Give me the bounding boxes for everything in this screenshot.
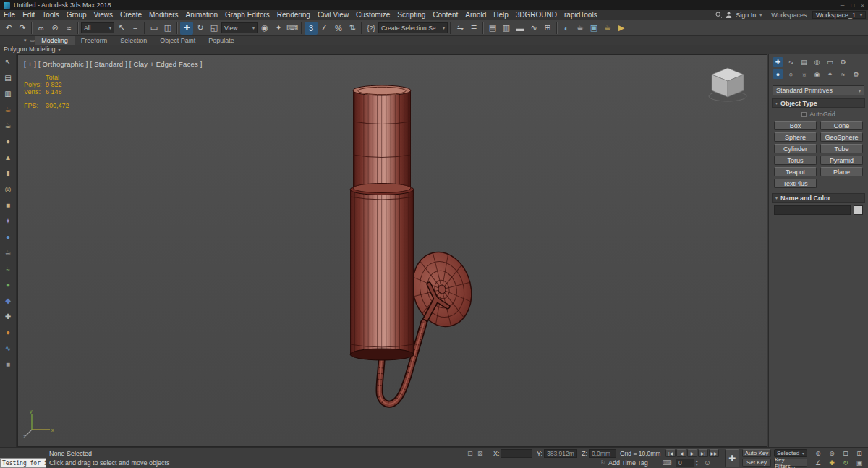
panel-expand-icon[interactable]: ▾ (59, 47, 61, 52)
wave-green-icon[interactable]: ≈ (2, 263, 14, 274)
x-coordinate-field[interactable] (501, 449, 532, 458)
go-to-end-button[interactable]: ▶▶ (709, 449, 719, 457)
teapot-button[interactable]: Teapot (774, 167, 817, 176)
bind-to-space-warp-icon[interactable]: ≈ (62, 22, 75, 35)
select-cursor-icon[interactable]: ↖ (2, 56, 14, 67)
ribbon-tab-populate[interactable]: Populate (202, 36, 241, 45)
auto-key-button[interactable]: Auto Key (742, 449, 771, 457)
sphere-tan-icon[interactable]: ● (2, 136, 14, 147)
textplus-button[interactable]: TextPlus (774, 179, 817, 188)
utilities-tab-icon[interactable]: ⚙ (838, 57, 848, 67)
layer-manager-icon[interactable]: ▤ (486, 22, 499, 35)
menu-modifiers[interactable]: Modifiers (145, 10, 182, 20)
object-name-input[interactable] (774, 205, 851, 215)
menu-help[interactable]: Help (490, 10, 512, 20)
keyboard-entry-icon[interactable]: ⌨ (663, 459, 672, 467)
snaps-toggle-icon[interactable]: 3 (305, 22, 318, 35)
select-by-name-icon[interactable]: ≡ (129, 22, 142, 35)
cone-tan-icon[interactable]: ▲ (2, 152, 14, 163)
redo-icon[interactable]: ↷ (16, 22, 29, 35)
reference-coordinate-dropdown[interactable]: View▾ (221, 22, 258, 33)
play-button[interactable]: ▶ (687, 449, 697, 457)
open-file-icon[interactable]: ▥ (2, 88, 14, 99)
select-and-move-icon[interactable]: ✚ (180, 22, 193, 35)
zoom-extents-icon[interactable]: ⊡ (839, 449, 852, 458)
scene-explorer-icon[interactable]: ▥ (500, 22, 513, 35)
frame-spinner[interactable]: ▴▾ (696, 459, 698, 467)
menu-civil-view[interactable]: Civil View (314, 10, 352, 20)
box-tan-icon[interactable]: ■ (2, 200, 14, 210)
ribbon-tab-object-paint[interactable]: Object Paint (153, 36, 202, 45)
pyramid-button[interactable]: Pyramid (820, 156, 863, 165)
menu-group[interactable]: Group (63, 10, 90, 20)
menu-customize[interactable]: Customize (352, 10, 393, 20)
menu-edit[interactable]: Edit (19, 10, 38, 20)
render-iterative-icon[interactable]: ▶ (615, 22, 628, 35)
viewcube[interactable] (706, 62, 752, 103)
lights-category-icon[interactable]: ☼ (799, 69, 809, 79)
set-keys-button[interactable]: ✚ (725, 449, 739, 467)
maximize-button[interactable]: □ (851, 2, 854, 9)
schematic-view-icon[interactable]: ⊞ (541, 22, 554, 35)
object-color-swatch[interactable] (854, 205, 863, 215)
menu-animation[interactable]: Animation (182, 10, 221, 20)
wave-blue-icon[interactable]: ∿ (2, 343, 14, 354)
menu-create[interactable]: Create (116, 10, 145, 20)
minimize-button[interactable]: ─ (841, 2, 845, 9)
z-coordinate-field[interactable]: 0,0mm (589, 449, 616, 458)
y-coordinate-field[interactable]: 383,912m (544, 449, 577, 458)
isolate-selection-icon[interactable]: ⊡ (467, 450, 473, 457)
cone-button[interactable]: Cone (820, 121, 863, 130)
spinner-snap-icon[interactable]: ⇅ (346, 22, 359, 35)
ribbon-tab-selection[interactable]: Selection (114, 36, 153, 45)
render-production-icon[interactable]: ☕ (601, 22, 614, 35)
maximize-viewport-icon[interactable]: ▣ (853, 459, 866, 467)
use-pivot-point-center-icon[interactable]: ◉ (258, 22, 271, 35)
menu-views[interactable]: Views (90, 10, 117, 20)
zoom-icon[interactable]: ⊕ (812, 449, 825, 458)
torus-button[interactable]: Torus (774, 156, 817, 165)
modify-tab-icon[interactable]: ∿ (786, 57, 796, 67)
menu-rapidtools[interactable]: rapidTools (561, 10, 601, 20)
menu-file[interactable]: File (0, 10, 19, 20)
fov-icon[interactable]: ∠ (812, 459, 825, 467)
cylinder-tan-icon[interactable]: ▮ (2, 168, 14, 179)
curve-editor-icon[interactable]: ∿ (527, 22, 540, 35)
angle-snap-icon[interactable]: ∠ (318, 22, 331, 35)
cross-gray-icon[interactable]: ✚ (2, 311, 14, 322)
star-purple-icon[interactable]: ✦ (2, 216, 14, 226)
menu-tools[interactable]: Tools (38, 10, 62, 20)
menu-content[interactable]: Content (429, 10, 461, 20)
edit-named-selection-sets-icon[interactable]: {?} (365, 22, 378, 35)
ribbon-tab-modeling[interactable]: Modeling (35, 36, 75, 45)
select-and-manipulate-icon[interactable]: ✦ (272, 22, 285, 35)
teapot-orange-icon[interactable]: ☕ (2, 104, 14, 115)
polygon-modeling-panel[interactable]: Polygon Modeling (4, 46, 56, 53)
select-object-icon[interactable]: ↖ (115, 22, 128, 35)
workspace-dropdown[interactable]: Workspace_1▾ (812, 11, 866, 19)
menu-scripting[interactable]: Scripting (393, 10, 429, 20)
pan-icon[interactable]: ✚ (825, 459, 838, 467)
geometry-class-dropdown[interactable]: Standard Primitives▾ (773, 85, 864, 95)
zoom-all-icon[interactable]: ⊛ (825, 449, 838, 458)
undo-icon[interactable]: ↶ (2, 22, 15, 35)
autogrid-checkbox[interactable]: AutoGrid (769, 109, 868, 119)
rollout-object-type[interactable]: ▾ Object Type (772, 98, 865, 108)
box-gray-icon[interactable]: ■ (2, 359, 14, 370)
selection-lock-icon[interactable]: ⊠ (477, 450, 483, 457)
selection-filter-dropdown[interactable]: All▾ (81, 22, 114, 33)
add-time-tag[interactable]: Add Time Tag (608, 459, 648, 467)
motion-tab-icon[interactable]: ◎ (812, 57, 822, 67)
helpers-category-icon[interactable]: ⌖ (825, 69, 835, 79)
maxscript-mini-listener[interactable]: Testing for i (0, 458, 46, 468)
ribbon-tab-freeform[interactable]: Freeform (75, 36, 114, 45)
menu-graph-editors[interactable]: Graph Editors (221, 10, 273, 20)
keyboard-shortcut-override-icon[interactable]: ⌨ (286, 22, 299, 35)
new-scene-icon[interactable]: ▤ (2, 72, 14, 83)
teapot-gray-icon[interactable]: ☕ (2, 247, 14, 258)
select-and-scale-icon[interactable]: ◱ (208, 22, 221, 35)
window-crossing-toggle-icon[interactable]: ◫ (161, 22, 174, 35)
geosphere-button[interactable]: GeoSphere (820, 132, 863, 142)
box-button[interactable]: Box (774, 121, 817, 130)
display-tab-icon[interactable]: ▭ (825, 57, 835, 67)
